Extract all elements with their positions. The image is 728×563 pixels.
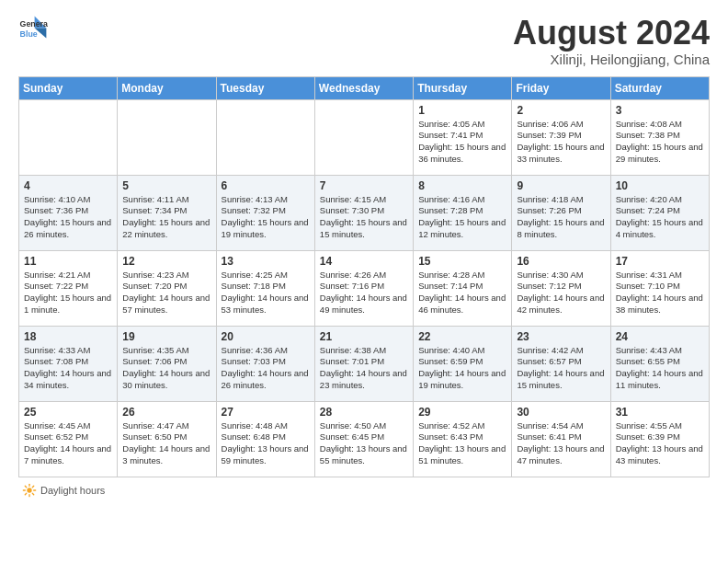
cell-text: Sunrise: 4:26 AM Sunset: 7:16 PM Dayligh…: [320, 270, 408, 316]
calendar-cell-2-1: 4Sunrise: 4:10 AM Sunset: 7:36 PM Daylig…: [19, 175, 118, 250]
day-number: 27: [222, 406, 310, 419]
cell-text: Sunrise: 4:20 AM Sunset: 7:24 PM Dayligh…: [616, 194, 704, 241]
day-number: 28: [320, 406, 408, 419]
svg-line-11: [32, 493, 33, 494]
day-number: 26: [122, 406, 210, 419]
week-row-3: 11Sunrise: 4:21 AM Sunset: 7:22 PM Dayli…: [19, 250, 710, 326]
day-number: 2: [517, 104, 605, 117]
day-number: 24: [616, 330, 704, 343]
calendar-cell-4-5: 22Sunrise: 4:40 AM Sunset: 6:59 PM Dayli…: [414, 326, 512, 401]
cell-text: Sunrise: 4:43 AM Sunset: 6:55 PM Dayligh…: [616, 345, 704, 392]
calendar-cell-1-2: [118, 99, 216, 175]
day-number: 20: [222, 330, 310, 343]
weekday-header-sunday: Sunday: [19, 76, 118, 99]
calendar-cell-3-3: 13Sunrise: 4:25 AM Sunset: 7:18 PM Dayli…: [216, 250, 314, 326]
week-row-2: 4Sunrise: 4:10 AM Sunset: 7:36 PM Daylig…: [19, 175, 710, 250]
day-number: 14: [320, 255, 408, 268]
footer-label: Daylight hours: [40, 485, 105, 496]
svg-line-12: [32, 486, 33, 487]
day-number: 12: [122, 255, 210, 268]
calendar-cell-5-5: 29Sunrise: 4:52 AM Sunset: 6:43 PM Dayli…: [414, 401, 512, 477]
weekday-header-wednesday: Wednesday: [314, 76, 413, 99]
svg-text:Blue: Blue: [20, 29, 38, 39]
calendar-cell-1-5: 1Sunrise: 4:05 AM Sunset: 7:41 PM Daylig…: [414, 99, 512, 175]
calendar-cell-2-2: 5Sunrise: 4:11 AM Sunset: 7:34 PM Daylig…: [118, 175, 216, 250]
day-number: 10: [616, 179, 704, 192]
day-number: 16: [517, 255, 605, 268]
day-number: 11: [24, 255, 112, 268]
svg-point-5: [27, 488, 31, 492]
calendar-cell-4-6: 23Sunrise: 4:42 AM Sunset: 6:57 PM Dayli…: [512, 326, 610, 401]
svg-text:General: General: [20, 19, 48, 29]
cell-text: Sunrise: 4:21 AM Sunset: 7:22 PM Dayligh…: [24, 270, 112, 316]
calendar-cell-1-6: 2Sunrise: 4:06 AM Sunset: 7:39 PM Daylig…: [512, 99, 610, 175]
calendar-cell-5-1: 25Sunrise: 4:45 AM Sunset: 6:52 PM Dayli…: [19, 401, 118, 477]
calendar-cell-1-7: 3Sunrise: 4:08 AM Sunset: 7:38 PM Daylig…: [610, 99, 709, 175]
cell-text: Sunrise: 4:38 AM Sunset: 7:01 PM Dayligh…: [320, 345, 408, 392]
day-number: 17: [616, 255, 704, 268]
day-number: 25: [24, 406, 112, 419]
day-number: 19: [122, 330, 210, 343]
day-number: 29: [418, 406, 506, 419]
cell-text: Sunrise: 4:05 AM Sunset: 7:41 PM Dayligh…: [418, 119, 506, 166]
cell-text: Sunrise: 4:40 AM Sunset: 6:59 PM Dayligh…: [418, 345, 506, 392]
week-row-1: 1Sunrise: 4:05 AM Sunset: 7:41 PM Daylig…: [19, 99, 710, 175]
calendar-cell-2-7: 10Sunrise: 4:20 AM Sunset: 7:24 PM Dayli…: [610, 175, 709, 250]
day-number: 23: [517, 330, 605, 343]
day-number: 30: [517, 406, 605, 419]
calendar-subtitle: Xilinji, Heilongjiang, China: [513, 52, 710, 67]
weekday-header-thursday: Thursday: [414, 76, 512, 99]
cell-text: Sunrise: 4:18 AM Sunset: 7:26 PM Dayligh…: [517, 194, 605, 241]
calendar-cell-2-6: 9Sunrise: 4:18 AM Sunset: 7:26 PM Daylig…: [512, 175, 610, 250]
weekday-header-tuesday: Tuesday: [216, 76, 314, 99]
calendar-cell-2-4: 7Sunrise: 4:15 AM Sunset: 7:30 PM Daylig…: [314, 175, 413, 250]
logo-icon: General Blue: [18, 15, 48, 40]
svg-line-13: [25, 493, 26, 494]
calendar-cell-5-7: 31Sunrise: 4:55 AM Sunset: 6:39 PM Dayli…: [610, 401, 709, 477]
cell-text: Sunrise: 4:23 AM Sunset: 7:20 PM Dayligh…: [122, 270, 210, 316]
weekday-header-saturday: Saturday: [610, 76, 709, 99]
header: General Blue August 2024 Xilinji, Heilon…: [18, 15, 710, 67]
cell-text: Sunrise: 4:52 AM Sunset: 6:43 PM Dayligh…: [418, 420, 506, 467]
day-number: 21: [320, 330, 408, 343]
cell-text: Sunrise: 4:16 AM Sunset: 7:28 PM Dayligh…: [418, 194, 506, 241]
calendar-cell-5-2: 26Sunrise: 4:47 AM Sunset: 6:50 PM Dayli…: [118, 401, 216, 477]
day-number: 7: [320, 179, 408, 192]
cell-text: Sunrise: 4:31 AM Sunset: 7:10 PM Dayligh…: [616, 270, 704, 316]
calendar-cell-5-4: 28Sunrise: 4:50 AM Sunset: 6:45 PM Dayli…: [314, 401, 413, 477]
svg-line-10: [25, 486, 26, 487]
day-number: 5: [122, 179, 210, 192]
weekday-header-friday: Friday: [512, 76, 610, 99]
cell-text: Sunrise: 4:45 AM Sunset: 6:52 PM Dayligh…: [24, 420, 112, 467]
day-number: 6: [222, 179, 310, 192]
cell-text: Sunrise: 4:30 AM Sunset: 7:12 PM Dayligh…: [517, 270, 605, 316]
calendar-cell-1-4: [314, 99, 413, 175]
weekday-header-row: SundayMondayTuesdayWednesdayThursdayFrid…: [19, 76, 710, 99]
cell-text: Sunrise: 4:10 AM Sunset: 7:36 PM Dayligh…: [24, 194, 112, 241]
week-row-4: 18Sunrise: 4:33 AM Sunset: 7:08 PM Dayli…: [19, 326, 710, 401]
page: General Blue August 2024 Xilinji, Heilon…: [0, 0, 728, 507]
cell-text: Sunrise: 4:42 AM Sunset: 6:57 PM Dayligh…: [517, 345, 605, 392]
calendar-cell-3-7: 17Sunrise: 4:31 AM Sunset: 7:10 PM Dayli…: [610, 250, 709, 326]
day-number: 4: [24, 179, 112, 192]
sun-icon: [22, 483, 37, 498]
day-number: 9: [517, 179, 605, 192]
cell-text: Sunrise: 4:33 AM Sunset: 7:08 PM Dayligh…: [24, 345, 112, 392]
calendar-cell-4-2: 19Sunrise: 4:35 AM Sunset: 7:06 PM Dayli…: [118, 326, 216, 401]
calendar-cell-3-5: 15Sunrise: 4:28 AM Sunset: 7:14 PM Dayli…: [414, 250, 512, 326]
week-row-5: 25Sunrise: 4:45 AM Sunset: 6:52 PM Dayli…: [19, 401, 710, 477]
cell-text: Sunrise: 4:28 AM Sunset: 7:14 PM Dayligh…: [418, 270, 506, 316]
calendar-cell-2-3: 6Sunrise: 4:13 AM Sunset: 7:32 PM Daylig…: [216, 175, 314, 250]
calendar-cell-3-2: 12Sunrise: 4:23 AM Sunset: 7:20 PM Dayli…: [118, 250, 216, 326]
day-number: 18: [24, 330, 112, 343]
logo: General Blue: [18, 15, 51, 40]
calendar-cell-2-5: 8Sunrise: 4:16 AM Sunset: 7:28 PM Daylig…: [414, 175, 512, 250]
calendar-cell-4-3: 20Sunrise: 4:36 AM Sunset: 7:03 PM Dayli…: [216, 326, 314, 401]
cell-text: Sunrise: 4:25 AM Sunset: 7:18 PM Dayligh…: [222, 270, 310, 316]
footer: Daylight hours: [18, 483, 710, 498]
calendar-cell-5-6: 30Sunrise: 4:54 AM Sunset: 6:41 PM Dayli…: [512, 401, 610, 477]
day-number: 15: [418, 255, 506, 268]
calendar-cell-4-1: 18Sunrise: 4:33 AM Sunset: 7:08 PM Dayli…: [19, 326, 118, 401]
title-block: August 2024 Xilinji, Heilongjiang, China: [513, 15, 710, 67]
cell-text: Sunrise: 4:11 AM Sunset: 7:34 PM Dayligh…: [122, 194, 210, 241]
